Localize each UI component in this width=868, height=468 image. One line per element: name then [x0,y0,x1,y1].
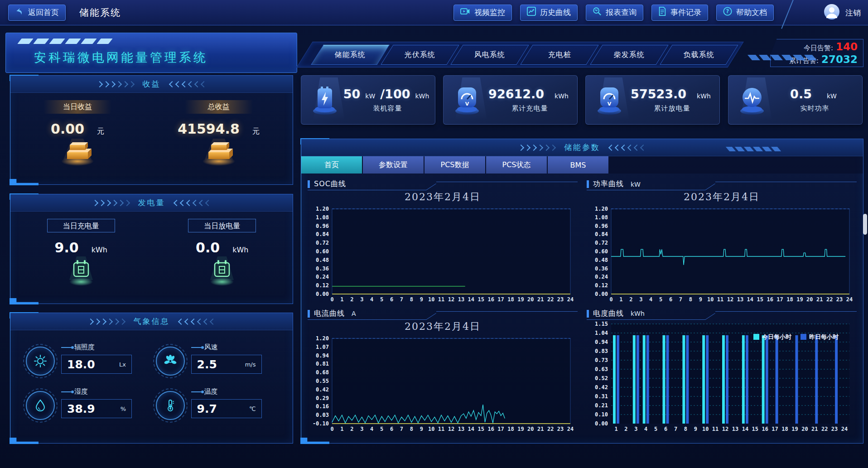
logout-button[interactable]: 注销 [845,8,861,18]
svg-text:0.48: 0.48 [316,257,329,263]
svg-text:15: 15 [478,426,484,432]
wind-speed-item: 风速 2.5m/s [156,343,278,376]
svg-text:22: 22 [547,296,554,303]
tab-diesel[interactable]: 柴发系统 [590,45,668,65]
topbar-divider [781,0,795,29]
capacity-value: 50kW/100kWh [343,87,432,101]
page-title: 储能系统 [79,6,121,19]
discharged-value: 57523.0kWh [631,87,714,101]
title-bar-icon [587,310,589,318]
svg-text:10: 10 [702,426,709,432]
svg-text:5: 5 [380,426,383,432]
tab-home[interactable]: 首页 [301,156,362,174]
avatar[interactable] [824,4,840,22]
charged-label: 累计充电量 [512,104,548,113]
svg-text:17: 17 [776,296,783,303]
svg-text:0.60: 0.60 [316,248,329,255]
tab-wind-power[interactable]: 风电系统 [450,45,529,65]
tab-charging-pile[interactable]: 充电桩 [520,45,598,65]
title-bar-icon [308,180,310,188]
svg-text:10: 10 [428,296,434,303]
svg-text:23: 23 [557,296,564,303]
svg-text:18: 18 [507,296,514,303]
svg-text:12: 12 [448,296,454,303]
svg-text:0.16: 0.16 [316,403,329,410]
svg-text:4: 4 [370,426,373,432]
back-home-button[interactable]: 返回首页 [8,5,66,21]
tab-photovoltaic[interactable]: 光伏系统 [381,45,459,65]
svg-text:24: 24 [841,426,848,432]
power-chart-plot: 1.201.080.960.840.720.600.480.360.240.12… [587,205,857,303]
svg-text:12: 12 [727,296,733,303]
stat-card-capacity: 50kW/100kWh 装机容量 [301,75,435,125]
wind-speed-label: 风速 [204,343,218,352]
svg-text:19: 19 [517,426,524,432]
svg-text:13: 13 [737,296,743,303]
video-monitor-button[interactable]: 视频监控 [453,5,512,21]
soc-chart-date: 2023年2月4日 [308,190,578,205]
pulse-icon [738,82,766,119]
event-log-button[interactable]: 事件记录 [651,5,708,21]
svg-text:9: 9 [420,296,423,303]
storage-params-panel: 储能参数 首页 参数设置 PCS数据 PCS状态 BMS SOC曲线 2023年… [301,139,863,444]
params-panel-title: 储能参数 [564,142,600,153]
chevrons-left-icon [174,201,211,205]
svg-text:2: 2 [350,296,353,303]
tab-pcs-status[interactable]: PCS状态 [486,156,547,174]
svg-text:6: 6 [390,426,393,432]
svg-text:0.73: 0.73 [595,357,608,363]
svg-text:12: 12 [722,426,728,432]
today-legend-label: 今日每小时 [762,333,791,341]
svg-text:23: 23 [836,296,843,303]
svg-text:10: 10 [707,296,714,303]
svg-text:16: 16 [762,426,768,432]
top-nav: 视频监控 历史曲线 报表查询 事件记录 ? 帮助文档 [453,5,774,21]
tab-energy-storage[interactable]: 储能系统 [311,45,389,65]
irradiance-value: 18.0 [67,358,119,371]
svg-text:21: 21 [537,426,544,432]
svg-text:2: 2 [629,296,632,303]
tab-bms[interactable]: BMS [548,156,608,174]
svg-text:0.03: 0.03 [316,412,329,418]
today-alerts: 今日告警: 140 [804,41,858,53]
svg-text:4: 4 [649,296,652,303]
chevrons-left-icon [179,319,215,324]
svg-text:11: 11 [438,296,444,303]
history-curve-button[interactable]: 历史曲线 [520,5,578,21]
title-bar-icon [587,180,589,188]
svg-text:14: 14 [468,426,474,432]
svg-text:0.60: 0.60 [595,248,608,255]
svg-text:4: 4 [644,426,647,432]
tab-param-settings[interactable]: 参数设置 [363,156,424,174]
humidity-item: 湿度 38.9% [26,387,148,420]
connector-line [191,347,201,348]
wind-speed-value: 2.5 [197,358,245,371]
svg-text:0.55: 0.55 [316,378,329,384]
daily-charge-block: 当日充电量 9.0kWh [47,219,115,289]
tab-pcs-data[interactable]: PCS数据 [424,156,485,174]
svg-text:7: 7 [400,426,403,432]
report-query-button[interactable]: 报表查询 [586,5,643,21]
scrollbar-thumb[interactable] [863,214,867,235]
total-income-label: 总收益 [185,100,253,114]
power-chart-date: 2023年2月4日 [587,190,857,205]
daily-income-value: 0.00 [51,121,84,137]
svg-text:0.72: 0.72 [595,240,608,246]
svg-text:6: 6 [390,296,393,303]
tab-load[interactable]: 负载系统 [660,45,738,65]
svg-text:13: 13 [458,296,464,303]
svg-text:19: 19 [791,426,798,432]
soc-chart-title: SOC曲线 [314,179,346,189]
svg-text:1: 1 [340,296,343,303]
daily-discharge-label: 当日放电量 [188,219,256,232]
temperature-icon [156,391,185,420]
connector-line [61,391,71,392]
svg-text:21: 21 [537,296,544,303]
help-doc-button[interactable]: ? 帮助文档 [716,5,774,21]
soc-chart: SOC曲线 2023年2月4日 1.201.080.960.840.720.60… [308,178,578,303]
svg-text:0: 0 [609,296,612,303]
svg-text:24: 24 [846,296,853,303]
svg-text:1.04: 1.04 [595,330,608,336]
svg-text:0.24: 0.24 [316,274,329,280]
svg-text:24: 24 [567,296,574,303]
